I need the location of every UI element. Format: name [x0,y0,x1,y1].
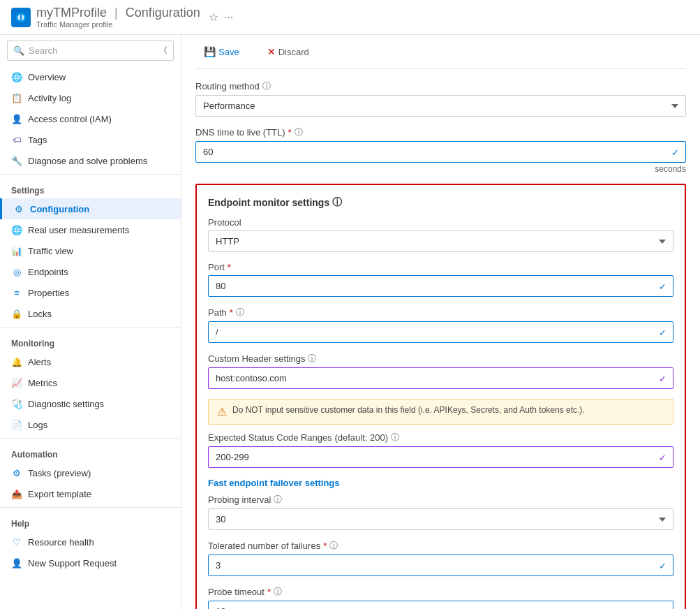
list-icon: 📋 [11,92,22,103]
probe-timeout-check-icon: ✓ [659,606,667,609]
save-icon: 💾 [204,46,216,57]
probe-timeout-info-icon[interactable]: ⓘ [274,586,282,598]
settings-section-header: Settings [0,177,181,198]
custom-header-label: Custom Header settings [208,353,305,364]
save-button[interactable]: 💾 Save [195,42,248,61]
tolerated-failures-field: Tolerated number of failures * ⓘ ✓ [208,540,673,576]
health-icon: ♡ [11,536,22,548]
sidebar: 🔍 《 🌐 Overview 📋 Activity log 👤 Access c… [0,35,181,609]
favorite-icon[interactable]: ☆ [209,10,218,24]
export-icon: 📤 [11,488,22,499]
path-field: Path * ⓘ ✓ [208,307,673,343]
routing-method-wrapper: Performance Priority Weighted Geographic… [195,95,686,117]
wrench-icon: 🔧 [11,155,22,166]
app-name: myTMProfile [36,6,107,20]
page-title: myTMProfile | Configuration [36,6,200,20]
path-info-icon[interactable]: ⓘ [236,307,244,318]
dns-ttl-field: DNS time to live (TTL) * ⓘ ✓ seconds [195,126,686,174]
probing-interval-info-icon[interactable]: ⓘ [274,494,282,506]
sidebar-item-export[interactable]: 📤 Export template [0,483,181,504]
sidebar-item-locks[interactable]: 🔒 Locks [0,303,181,324]
sidebar-item-tasks[interactable]: ⚙ Tasks (preview) [0,462,181,483]
tag-icon: 🏷 [11,134,22,145]
title-icons: ☆ ··· [209,10,233,24]
endpoint-monitor-section: Endpoint monitor settings ⓘ Protocol HTT… [195,184,686,609]
status-code-check-icon: ✓ [659,452,667,462]
automation-section-header: Automation [0,441,181,462]
sidebar-item-traffic-view[interactable]: 📊 Traffic view [0,240,181,261]
title-section: myTMProfile | Configuration Traffic Mana… [36,6,200,29]
tasks-icon: ⚙ [11,467,22,478]
path-label: Path [208,307,227,318]
status-code-field: Expected Status Code Ranges (default: 20… [208,432,673,468]
sidebar-item-alerts[interactable]: 🔔 Alerts [0,351,181,372]
sidebar-item-diagnose[interactable]: 🔧 Diagnose and solve problems [0,150,181,171]
endpoint-monitor-info-icon[interactable]: ⓘ [332,196,342,209]
dns-ttl-input[interactable] [195,141,686,163]
routing-method-select[interactable]: Performance Priority Weighted Geographic… [195,95,686,117]
probing-interval-select[interactable]: 10 30 [208,508,673,530]
help-section-header: Help [0,511,181,531]
port-field: Port * ✓ [208,262,673,297]
sidebar-item-overview[interactable]: 🌐 Overview [0,66,181,87]
custom-header-info-icon[interactable]: ⓘ [308,353,316,365]
probe-timeout-input[interactable] [208,601,673,609]
more-icon[interactable]: ··· [224,11,233,24]
status-code-info-icon[interactable]: ⓘ [391,432,399,443]
app-subtitle: Traffic Manager profile [36,20,200,29]
search-input[interactable] [29,45,155,56]
sidebar-item-configuration[interactable]: ⚙ Configuration [0,198,181,219]
toolbar: 💾 Save ✕ Discard [195,35,686,69]
custom-header-check-icon: ✓ [659,373,667,383]
realuser-icon: 🌐 [11,224,22,235]
tolerated-failures-info-icon[interactable]: ⓘ [329,540,338,552]
search-icon: 🔍 [13,45,24,56]
dns-ttl-info-icon[interactable]: ⓘ [295,126,303,138]
port-input[interactable] [208,275,673,297]
protocol-select[interactable]: HTTP HTTPS TCP [208,230,673,252]
search-box[interactable]: 🔍 《 [7,41,174,61]
sidebar-item-real-user[interactable]: 🌐 Real user measurements [0,219,181,240]
tolerated-failures-input[interactable] [208,555,673,576]
endpoint-icon: ◎ [11,266,22,277]
warning-box: ⚠ Do NOT input sensitive customer data i… [208,399,673,425]
routing-method-field: Routing method ⓘ Performance Priority We… [195,80,686,117]
tolerated-failures-check-icon: ✓ [659,560,667,571]
probing-interval-label: Probing interval [208,494,271,505]
sidebar-item-logs[interactable]: 📄 Logs [0,414,181,435]
discard-button[interactable]: ✕ Discard [259,42,318,61]
status-code-label: Expected Status Code Ranges (default: 20… [208,432,388,443]
discard-icon: ✕ [267,46,276,57]
sidebar-item-properties[interactable]: ≡ Properties [0,282,181,303]
page-name: Configuration [126,6,200,20]
dns-ttl-check-icon: ✓ [671,147,679,157]
top-bar: myTMProfile | Configuration Traffic Mana… [0,0,700,35]
probe-timeout-field: Probe timeout * ⓘ ✓ seconds [208,586,673,609]
sidebar-item-resource-health[interactable]: ♡ Resource health [0,531,181,552]
probe-timeout-label: Probe timeout [208,587,265,597]
warning-icon: ⚠ [217,405,227,418]
collapse-button[interactable]: 《 [159,45,167,57]
monitoring-section-header: Monitoring [0,330,181,351]
globe-icon: 🌐 [11,71,22,82]
probing-interval-field: Probing interval ⓘ 10 30 [208,494,673,530]
protocol-field: Protocol HTTP HTTPS TCP [208,217,673,252]
app-icon [11,8,31,27]
sidebar-item-metrics[interactable]: 📈 Metrics [0,372,181,393]
sidebar-item-access-control[interactable]: 👤 Access control (IAM) [0,108,181,129]
warning-text: Do NOT input sensitive customer data in … [232,405,585,415]
sidebar-item-diagnostic[interactable]: 🩺 Diagnostic settings [0,393,181,414]
routing-method-info-icon[interactable]: ⓘ [262,80,271,92]
custom-header-field: Custom Header settings ⓘ ✓ [208,353,673,389]
custom-header-input[interactable] [208,367,673,389]
sidebar-item-tags[interactable]: 🏷 Tags [0,129,181,150]
routing-method-label: Routing method [195,81,260,91]
status-code-input[interactable] [208,446,673,468]
endpoint-monitor-title: Endpoint monitor settings [208,197,329,208]
sidebar-item-support[interactable]: 👤 New Support Request [0,552,181,573]
properties-icon: ≡ [11,287,22,298]
path-check-icon: ✓ [659,327,667,337]
sidebar-item-activity-log[interactable]: 📋 Activity log [0,87,181,108]
path-input[interactable] [208,321,673,343]
sidebar-item-endpoints[interactable]: ◎ Endpoints [0,261,181,282]
